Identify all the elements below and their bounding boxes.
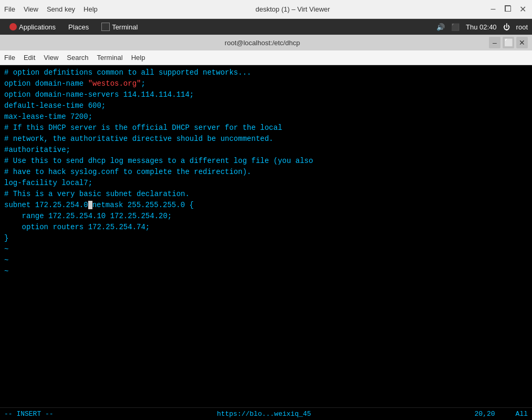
editor-line-25: ~ <box>4 255 528 266</box>
vim-status-bar: -- INSERT -- https://blo...weixiq_45 20,… <box>0 407 532 420</box>
minimize-button[interactable]: – <box>488 4 498 14</box>
applications-menu[interactable]: Applications <box>4 22 61 32</box>
vim-url: https://blo...weixiq_45 <box>217 410 311 418</box>
editor-line-8: # If this DHCP server is the official DH… <box>4 122 528 134</box>
terminal-title-controls[interactable]: – ⬜ ✕ <box>489 37 528 48</box>
menu-send-key[interactable]: Send key <box>47 5 75 13</box>
clock[interactable]: Thu 02:40 <box>466 23 497 31</box>
editor-menu-terminal[interactable]: Terminal <box>97 54 123 62</box>
system-bar: Applications Places Terminal 🔊 ⬛ Thu 02:… <box>0 19 532 35</box>
text-cursor <box>88 201 92 209</box>
editor-line-9: # network, the authoritative directive s… <box>4 134 528 145</box>
editor-line-19: subnet 172.25.254.0netmask 255.255.255.0… <box>4 200 528 211</box>
places-menu[interactable]: Places <box>63 22 94 32</box>
terminal-label[interactable]: Terminal <box>112 23 138 31</box>
system-bar-left: Applications Places Terminal <box>4 22 436 32</box>
terminal-close-button[interactable]: ✕ <box>516 37 528 48</box>
power-icon[interactable]: ⏻ <box>503 23 510 31</box>
editor-line-5: default-lease-time 600; <box>4 100 528 111</box>
editor-line-21: option routers 172.25.254.74; <box>4 222 528 233</box>
terminal-icon <box>101 23 110 31</box>
editor-menu-search[interactable]: Search <box>67 54 88 62</box>
editor-line-14: log-facility local7; <box>4 178 528 189</box>
vim-mode: -- INSERT -- <box>4 410 54 418</box>
editor-line-24: ~ <box>4 244 528 255</box>
vim-position: 20,20 All <box>475 410 528 418</box>
terminal-minimize-button[interactable]: – <box>489 37 500 48</box>
menu-help[interactable]: Help <box>84 5 98 13</box>
volume-icon[interactable]: 🔊 <box>436 23 445 31</box>
editor-line-20: range 172.25.254.10 172.25.254.20; <box>4 211 528 222</box>
terminal-title-bar: root@localhost:/etc/dhcp – ⬜ ✕ <box>0 35 532 50</box>
editor-line-2: option domain-name "westos.org"; <box>4 78 528 89</box>
menu-file[interactable]: File <box>4 5 15 13</box>
applications-label[interactable]: Applications <box>19 23 56 31</box>
window-title: desktop (1) – Virt Viewer <box>98 5 488 13</box>
terminal-menu-bar: File Edit View Search Terminal Help <box>0 50 532 65</box>
close-button[interactable]: ✕ <box>517 4 528 14</box>
editor-line-22: } <box>4 233 528 244</box>
title-bar-menu[interactable]: File View Send key Help <box>4 5 98 13</box>
editor-line-26: ~ <box>4 266 528 277</box>
user-menu[interactable]: root <box>516 23 528 31</box>
terminal-menu[interactable]: Terminal <box>96 22 143 32</box>
terminal-window: root@localhost:/etc/dhcp – ⬜ ✕ File Edit… <box>0 35 532 420</box>
virt-viewer-title-bar: File View Send key Help desktop (1) – Vi… <box>0 0 532 19</box>
editor-line-1: # option definitions common to all suppo… <box>4 67 528 78</box>
editor-menu-file[interactable]: File <box>4 54 15 62</box>
places-label[interactable]: Places <box>68 23 89 31</box>
menu-view[interactable]: View <box>24 5 38 13</box>
display-icon[interactable]: ⬛ <box>451 23 460 31</box>
system-bar-right: 🔊 ⬛ Thu 02:40 ⏻ root <box>436 23 528 31</box>
window-controls[interactable]: – ⧠ ✕ <box>488 4 528 14</box>
editor-line-3: option domain-name-servers 114.114.114.1… <box>4 89 528 100</box>
editor-content[interactable]: # option definitions common to all suppo… <box>0 65 532 407</box>
terminal-maximize-button[interactable]: ⬜ <box>503 37 514 48</box>
editor-menu-help[interactable]: Help <box>131 54 145 62</box>
editor-line-13: # have to hack syslog.conf to complete t… <box>4 167 528 178</box>
editor-line-17: # This is a very basic subnet declaratio… <box>4 189 528 200</box>
terminal-title: root@localhost:/etc/dhcp <box>36 39 489 47</box>
editor-menu-edit[interactable]: Edit <box>24 54 35 62</box>
editor-line-12: # Use this to send dhcp log messages to … <box>4 156 528 167</box>
editor-menu-view[interactable]: View <box>44 54 58 62</box>
applications-icon <box>9 23 17 30</box>
maximize-button[interactable]: ⧠ <box>503 4 513 14</box>
editor-line-10: #authoritative; <box>4 145 528 156</box>
editor-line-6: max-lease-time 7200; <box>4 111 528 122</box>
